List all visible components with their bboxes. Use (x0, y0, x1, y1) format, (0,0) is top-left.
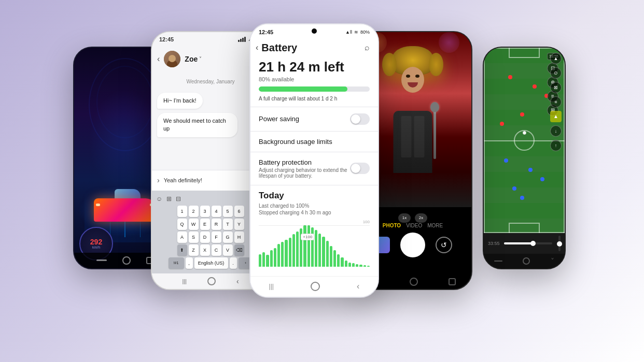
bar-3 (266, 255, 269, 266)
wifi-status-icon: ≋ (354, 30, 358, 35)
phone5-nav-lines[interactable] (494, 260, 502, 262)
key-2[interactable]: 2 (189, 206, 199, 217)
battery-protection-row[interactable]: Battery protection Adjust charging behav… (259, 152, 370, 185)
chart-top-line (259, 225, 370, 226)
phone4-nav-back[interactable] (449, 278, 456, 285)
key-y[interactable]: Y (234, 219, 244, 230)
key-symbols[interactable]: !#1 (169, 257, 184, 269)
side-icon-3[interactable]: ⊠ (550, 82, 562, 93)
phone2-nav-home[interactable] (207, 277, 216, 285)
bar-17 (318, 234, 321, 267)
nav-home-icon[interactable] (122, 256, 131, 265)
key-z[interactable]: Z (189, 244, 199, 256)
msg-back-button[interactable]: ‹ (157, 54, 160, 64)
side-icon-5[interactable]: ↓ (550, 125, 562, 137)
key-1[interactable]: 1 (177, 206, 187, 217)
timeline-handle[interactable] (530, 241, 536, 246)
phone2-nav-back[interactable]: ‹ (236, 277, 239, 285)
key-5[interactable]: 5 (223, 206, 233, 217)
camera-zoom-bar: 1x 2x (398, 213, 427, 223)
signal-bars-icon: ▲ll (345, 30, 352, 35)
phone5-nav-home[interactable] (523, 257, 530, 265)
battery-content: 21 h 24 m left 80% available A full char… (250, 56, 378, 276)
key-shift[interactable]: ⬆ (177, 244, 187, 256)
battery-status-icons: ▲ll ≋ 80% (345, 30, 370, 35)
zoom-2x[interactable]: 2x (415, 213, 427, 223)
zoom-1x[interactable]: 1x (398, 213, 411, 223)
key-period[interactable]: . (230, 257, 237, 269)
bar-28 (359, 265, 362, 266)
key-e[interactable]: E (200, 219, 210, 230)
attach-icon[interactable]: ⊟ (176, 195, 181, 202)
key-v[interactable]: V (223, 244, 233, 256)
bg-usage-row[interactable]: Background usage limits (259, 132, 370, 152)
nav-lines-icon[interactable] (96, 259, 107, 261)
power-saving-toggle[interactable] (350, 113, 370, 125)
bar-21 (333, 250, 336, 267)
bg-usage-label: Background usage limits (259, 138, 332, 146)
player-red-2 (533, 84, 537, 89)
phone5-nav-back[interactable]: ˅ (551, 257, 554, 265)
key-3[interactable]: 3 (200, 206, 210, 217)
jacket-right (414, 116, 425, 157)
singer-hair-left (382, 53, 397, 76)
phone3-nav-bar: ||| ‹ (250, 276, 378, 297)
key-4[interactable]: 4 (212, 206, 221, 217)
msg-contact-name: Zoe (185, 55, 198, 63)
cam-mode-more[interactable]: MORE (427, 223, 443, 228)
key-h[interactable]: H (234, 231, 244, 243)
key-t[interactable]: T (223, 219, 233, 230)
key-q[interactable]: Q (177, 219, 187, 230)
key-x[interactable]: X (200, 244, 210, 256)
key-g[interactable]: G (223, 231, 233, 243)
battery-protection-toggle[interactable] (350, 163, 370, 174)
key-r[interactable]: R (212, 219, 221, 230)
chart-y-label: 100 (363, 220, 370, 224)
battery-search-button[interactable]: ⌕ (365, 43, 370, 52)
phone5-nav-bar: ˅ (484, 254, 565, 268)
battery-bar-fill (259, 86, 347, 92)
key-w[interactable]: W (189, 219, 199, 230)
phone3-nav-back[interactable]: ‹ (357, 282, 359, 291)
gif-icon[interactable]: ⊞ (166, 195, 172, 202)
side-icon-6[interactable]: ↑ (550, 140, 562, 151)
msg-dropdown-icon[interactable]: ˅ (199, 56, 202, 62)
key-space[interactable]: English (US) (194, 257, 228, 269)
key-a[interactable]: A (177, 231, 187, 243)
phone3-nav-lines[interactable]: ||| (269, 283, 274, 290)
toggle-knob (351, 114, 360, 124)
camera-flip-button[interactable]: ↺ (436, 237, 452, 253)
shutter-button[interactable] (400, 233, 425, 257)
power-saving-label: Power saving (259, 115, 299, 123)
power-saving-row[interactable]: Power saving (259, 107, 370, 131)
football-timeline: 33:55 (484, 233, 565, 254)
key-s[interactable]: S (189, 231, 199, 243)
chart-area: +100 (259, 225, 370, 267)
key-c[interactable]: C (212, 244, 221, 256)
player-red-1 (508, 75, 512, 79)
bar-25 (348, 263, 351, 267)
key-delete[interactable]: ⌫ (234, 244, 244, 256)
key-6[interactable]: 6 (234, 206, 244, 217)
camera-mode-tabs: PHOTO VIDEO MORE (383, 223, 443, 228)
bar-4 (270, 250, 273, 267)
key-d[interactable]: D (200, 231, 210, 243)
phone4-nav-home[interactable] (410, 278, 418, 286)
cam-mode-photo[interactable]: PHOTO (383, 223, 401, 228)
timeline-bar[interactable] (504, 242, 552, 244)
cam-mode-video[interactable]: VIDEO (406, 223, 422, 228)
bar-5 (274, 248, 276, 267)
side-icon-2[interactable]: ⊙ (550, 67, 562, 79)
side-icon-yellow-card: ▲ (550, 111, 562, 122)
side-icon-4[interactable]: ≡ (550, 96, 562, 108)
volume-slider[interactable] (558, 236, 561, 251)
speedometer-unit: km/h (92, 245, 100, 249)
fb-time-start: 33:55 (488, 241, 500, 246)
key-f[interactable]: F (212, 231, 221, 243)
phone2-nav-lines[interactable]: ||| (182, 278, 187, 284)
battery-back-button[interactable]: ‹ (256, 43, 258, 52)
key-comma[interactable]: , (186, 257, 193, 269)
phone3-nav-home[interactable] (311, 282, 320, 291)
side-icon-1[interactable]: ▲ (550, 53, 562, 64)
emoji-icon[interactable]: ☺ (156, 195, 162, 202)
